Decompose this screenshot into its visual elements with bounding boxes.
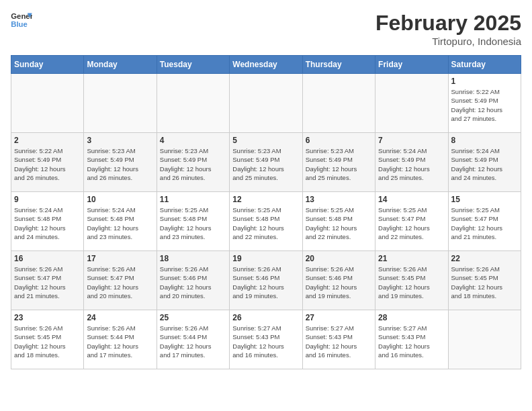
calendar-day-cell: 24Sunrise: 5:26 AM Sunset: 5:44 PM Dayli… — [84, 310, 157, 369]
day-number: 21 — [378, 254, 445, 263]
day-number: 4 — [160, 136, 226, 145]
calendar-day-cell — [230, 74, 302, 133]
calendar-day-cell: 5Sunrise: 5:23 AM Sunset: 5:49 PM Daylig… — [230, 133, 302, 192]
day-info: Sunrise: 5:24 AM Sunset: 5:49 PM Dayligh… — [451, 146, 518, 182]
day-number: 7 — [378, 136, 445, 145]
day-number: 13 — [306, 195, 372, 204]
day-number: 1 — [451, 77, 518, 86]
day-info: Sunrise: 5:27 AM Sunset: 5:43 PM Dayligh… — [232, 324, 299, 359]
calendar-day-cell: 20Sunrise: 5:26 AM Sunset: 5:46 PM Dayli… — [302, 251, 375, 310]
calendar-week-row: 23Sunrise: 5:26 AM Sunset: 5:45 PM Dayli… — [11, 310, 521, 369]
calendar-week-row: 1Sunrise: 5:22 AM Sunset: 5:49 PM Daylig… — [11, 74, 521, 133]
day-info: Sunrise: 5:27 AM Sunset: 5:43 PM Dayligh… — [306, 324, 372, 359]
day-number: 27 — [306, 313, 372, 322]
calendar-day-cell: 19Sunrise: 5:26 AM Sunset: 5:46 PM Dayli… — [230, 251, 302, 310]
calendar-day-cell: 10Sunrise: 5:24 AM Sunset: 5:48 PM Dayli… — [84, 192, 157, 251]
calendar-day-cell: 7Sunrise: 5:24 AM Sunset: 5:49 PM Daylig… — [375, 133, 448, 192]
weekday-header-wednesday: Wednesday — [230, 56, 302, 74]
weekday-header-sunday: Sunday — [11, 56, 84, 74]
day-info: Sunrise: 5:22 AM Sunset: 5:49 PM Dayligh… — [14, 146, 81, 182]
calendar-table: SundayMondayTuesdayWednesdayThursdayFrid… — [11, 55, 521, 369]
day-number: 20 — [306, 254, 372, 263]
day-number: 19 — [232, 254, 299, 263]
day-info: Sunrise: 5:26 AM Sunset: 5:44 PM Dayligh… — [160, 324, 226, 359]
day-info: Sunrise: 5:23 AM Sunset: 5:49 PM Dayligh… — [306, 146, 372, 182]
day-number: 2 — [14, 136, 81, 145]
day-info: Sunrise: 5:25 AM Sunset: 5:47 PM Dayligh… — [451, 205, 518, 241]
day-number: 28 — [378, 313, 445, 322]
calendar-day-cell — [157, 74, 229, 133]
day-number: 24 — [87, 313, 153, 322]
calendar-day-cell — [84, 74, 157, 133]
day-info: Sunrise: 5:22 AM Sunset: 5:49 PM Dayligh… — [451, 87, 518, 123]
calendar-day-cell: 21Sunrise: 5:26 AM Sunset: 5:45 PM Dayli… — [375, 251, 448, 310]
calendar-day-cell: 27Sunrise: 5:27 AM Sunset: 5:43 PM Dayli… — [302, 310, 375, 369]
calendar-day-cell — [448, 310, 521, 369]
day-info: Sunrise: 5:26 AM Sunset: 5:47 PM Dayligh… — [14, 265, 81, 300]
weekday-header-monday: Monday — [84, 56, 157, 74]
day-number: 14 — [378, 195, 445, 204]
day-number: 9 — [14, 195, 81, 204]
weekday-header-saturday: Saturday — [448, 56, 521, 74]
location-subtitle: Tirtopuro, Indonesia — [375, 36, 521, 47]
calendar-week-row: 9Sunrise: 5:24 AM Sunset: 5:48 PM Daylig… — [11, 192, 521, 251]
day-info: Sunrise: 5:25 AM Sunset: 5:48 PM Dayligh… — [160, 205, 226, 241]
day-number: 25 — [160, 313, 226, 322]
page-header: General Blue February 2025 Tirtopuro, In… — [11, 11, 521, 47]
day-info: Sunrise: 5:25 AM Sunset: 5:47 PM Dayligh… — [378, 205, 445, 241]
day-number: 3 — [87, 136, 153, 145]
calendar-day-cell: 9Sunrise: 5:24 AM Sunset: 5:48 PM Daylig… — [11, 192, 84, 251]
calendar-week-row: 16Sunrise: 5:26 AM Sunset: 5:47 PM Dayli… — [11, 251, 521, 310]
calendar-week-row: 2Sunrise: 5:22 AM Sunset: 5:49 PM Daylig… — [11, 133, 521, 192]
day-info: Sunrise: 5:26 AM Sunset: 5:46 PM Dayligh… — [160, 265, 226, 300]
calendar-day-cell: 8Sunrise: 5:24 AM Sunset: 5:49 PM Daylig… — [448, 133, 521, 192]
weekday-header-thursday: Thursday — [302, 56, 375, 74]
calendar-day-cell: 14Sunrise: 5:25 AM Sunset: 5:47 PM Dayli… — [375, 192, 448, 251]
day-info: Sunrise: 5:23 AM Sunset: 5:49 PM Dayligh… — [87, 146, 153, 182]
calendar-day-cell: 3Sunrise: 5:23 AM Sunset: 5:49 PM Daylig… — [84, 133, 157, 192]
day-info: Sunrise: 5:26 AM Sunset: 5:46 PM Dayligh… — [232, 265, 299, 300]
day-info: Sunrise: 5:24 AM Sunset: 5:48 PM Dayligh… — [87, 205, 153, 241]
weekday-header-friday: Friday — [375, 56, 448, 74]
day-number: 6 — [306, 136, 372, 145]
calendar-day-cell: 17Sunrise: 5:26 AM Sunset: 5:47 PM Dayli… — [84, 251, 157, 310]
calendar-day-cell — [375, 74, 448, 133]
calendar-day-cell: 12Sunrise: 5:25 AM Sunset: 5:48 PM Dayli… — [230, 192, 302, 251]
calendar-day-cell: 6Sunrise: 5:23 AM Sunset: 5:49 PM Daylig… — [302, 133, 375, 192]
day-info: Sunrise: 5:26 AM Sunset: 5:45 PM Dayligh… — [378, 265, 445, 300]
day-number: 22 — [451, 254, 518, 263]
logo: General Blue — [11, 11, 32, 30]
weekday-header-tuesday: Tuesday — [157, 56, 229, 74]
calendar-day-cell: 22Sunrise: 5:26 AM Sunset: 5:45 PM Dayli… — [448, 251, 521, 310]
day-info: Sunrise: 5:25 AM Sunset: 5:48 PM Dayligh… — [306, 205, 372, 241]
day-info: Sunrise: 5:26 AM Sunset: 5:47 PM Dayligh… — [87, 265, 153, 300]
calendar-day-cell: 18Sunrise: 5:26 AM Sunset: 5:46 PM Dayli… — [157, 251, 229, 310]
day-number: 8 — [451, 136, 518, 145]
day-number: 23 — [14, 313, 81, 322]
day-number: 18 — [160, 254, 226, 263]
day-number: 12 — [232, 195, 299, 204]
day-info: Sunrise: 5:26 AM Sunset: 5:45 PM Dayligh… — [14, 324, 81, 359]
day-info: Sunrise: 5:23 AM Sunset: 5:49 PM Dayligh… — [232, 146, 299, 182]
day-number: 26 — [232, 313, 299, 322]
day-info: Sunrise: 5:24 AM Sunset: 5:49 PM Dayligh… — [378, 146, 445, 182]
day-info: Sunrise: 5:26 AM Sunset: 5:46 PM Dayligh… — [306, 265, 372, 300]
calendar-day-cell: 23Sunrise: 5:26 AM Sunset: 5:45 PM Dayli… — [11, 310, 84, 369]
calendar-day-cell — [302, 74, 375, 133]
title-block: February 2025 Tirtopuro, Indonesia — [375, 11, 521, 47]
weekday-header-row: SundayMondayTuesdayWednesdayThursdayFrid… — [11, 56, 521, 74]
calendar-day-cell — [11, 74, 84, 133]
day-number: 15 — [451, 195, 518, 204]
day-info: Sunrise: 5:24 AM Sunset: 5:48 PM Dayligh… — [14, 205, 81, 241]
calendar-day-cell: 26Sunrise: 5:27 AM Sunset: 5:43 PM Dayli… — [230, 310, 302, 369]
svg-text:Blue: Blue — [11, 20, 28, 28]
day-number: 10 — [87, 195, 153, 204]
month-year-title: February 2025 — [375, 11, 521, 36]
day-number: 16 — [14, 254, 81, 263]
calendar-day-cell: 28Sunrise: 5:27 AM Sunset: 5:43 PM Dayli… — [375, 310, 448, 369]
calendar-day-cell: 4Sunrise: 5:23 AM Sunset: 5:49 PM Daylig… — [157, 133, 229, 192]
logo-icon: General Blue — [11, 11, 32, 30]
day-info: Sunrise: 5:27 AM Sunset: 5:43 PM Dayligh… — [378, 324, 445, 359]
day-info: Sunrise: 5:23 AM Sunset: 5:49 PM Dayligh… — [160, 146, 226, 182]
day-number: 11 — [160, 195, 226, 204]
